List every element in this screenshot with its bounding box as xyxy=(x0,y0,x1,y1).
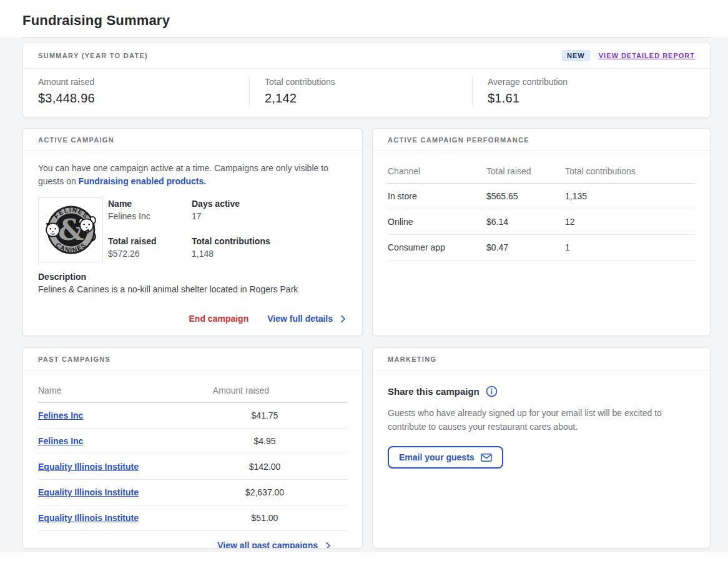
envelope-icon xyxy=(481,453,492,462)
field-days-active: Days active 17 xyxy=(192,199,347,225)
title-bar: Fundraising Summary xyxy=(0,0,728,37)
field-name: Name Felines Inc xyxy=(108,199,192,225)
table-row: In store $565.65 1,135 xyxy=(388,184,695,209)
amount-cell: $2,637.00 xyxy=(191,480,347,505)
active-campaign-card: ACTIVE CAMPAIGN You can have one campaig… xyxy=(22,128,363,336)
past-campaigns-footer: View all past campaigns xyxy=(38,531,347,549)
stat-value: $3,448.96 xyxy=(38,91,234,106)
channel-cell: In store xyxy=(388,184,486,209)
stat-amount-raised: Amount raised $3,448.96 xyxy=(23,77,249,106)
performance-header-label: ACTIVE CAMPAIGN PERFORMANCE xyxy=(388,136,529,144)
campaign-name-link[interactable]: Felines Inc xyxy=(38,436,83,446)
email-your-guests-button[interactable]: Email your guests xyxy=(388,446,503,469)
table-row: Felines Inc $4.95 xyxy=(38,429,347,454)
description-label: Description xyxy=(38,272,347,282)
campaign-actions: End campaign View full details xyxy=(38,314,347,324)
stat-label: Average contribution xyxy=(488,77,695,87)
column-header-total-contributions: Total contributions xyxy=(565,159,695,184)
view-detailed-report-link[interactable]: VIEW DETAILED REPORT xyxy=(599,52,695,59)
total-contributions-cell: 1 xyxy=(565,235,695,261)
new-badge: NEW xyxy=(562,50,590,61)
campaign-logo-box: & FELINES CANINES xyxy=(38,197,103,262)
summary-card: SUMMARY (YEAR TO DATE) NEW VIEW DETAILED… xyxy=(22,42,711,118)
stat-total-contributions: Total contributions 2,142 xyxy=(249,77,472,106)
summary-body: Amount raised $3,448.96 Total contributi… xyxy=(23,69,710,117)
column-header-total-raised: Total raised xyxy=(486,159,565,184)
amount-cell: $51.00 xyxy=(191,505,347,531)
total-contributions-cell: 1,135 xyxy=(565,184,695,209)
campaign-name-link[interactable]: Equality Illinois Institute xyxy=(38,462,139,472)
campaign-details-row: & FELINES CANINES xyxy=(38,197,347,262)
stat-value: $1.61 xyxy=(488,91,695,106)
info-icon[interactable] xyxy=(486,385,498,397)
campaign-description: Description Felines & Canines is a no-ki… xyxy=(38,272,347,294)
table-header-row: Channel Total raised Total contributions xyxy=(388,159,695,184)
summary-header-right: NEW VIEW DETAILED REPORT xyxy=(562,50,695,61)
logo-ampersand: & xyxy=(58,213,84,247)
table-row: Online $6.14 12 xyxy=(388,209,695,235)
marketing-header-label: MARKETING xyxy=(388,355,436,363)
total-raised-cell: $6.14 xyxy=(486,209,565,235)
marketing-card: MARKETING Share this campaign Guests who… xyxy=(372,347,711,549)
amount-cell: $4.95 xyxy=(191,429,347,454)
chevron-right-icon xyxy=(339,315,347,323)
past-campaigns-table: Name Amount raised Felines Inc $41.75 Fe… xyxy=(38,378,347,531)
field-total-raised: Total raised $572.26 xyxy=(108,236,192,262)
table-row: Equality Illinois Institute $2,637.00 xyxy=(38,480,347,505)
campaign-fields: Name Felines Inc Days active 17 Total ra… xyxy=(108,197,347,262)
total-raised-cell: $0.47 xyxy=(486,235,565,261)
amount-cell: $142.00 xyxy=(191,454,347,480)
campaign-name-link[interactable]: Equality Illinois Institute xyxy=(38,513,139,523)
summary-card-header: SUMMARY (YEAR TO DATE) NEW VIEW DETAILED… xyxy=(23,42,710,69)
column-header-channel: Channel xyxy=(388,159,486,184)
past-campaigns-card: PAST CAMPAIGNS Name Amount raised Feline… xyxy=(22,347,363,549)
share-campaign-heading: Share this campaign xyxy=(388,385,695,397)
campaign-name-link[interactable]: Felines Inc xyxy=(38,410,83,420)
fundraising-products-link[interactable]: Fundraising enabled products. xyxy=(79,175,207,188)
marketing-header: MARKETING xyxy=(373,348,710,370)
stat-label: Amount raised xyxy=(38,77,234,87)
column-header-amount-raised: Amount raised xyxy=(191,378,347,403)
column-header-name: Name xyxy=(38,378,191,403)
marketing-body-text: Guests who have already signed up for yo… xyxy=(388,407,695,434)
channel-cell: Consumer app xyxy=(388,235,486,261)
past-campaigns-table-body: Name Amount raised Felines Inc $41.75 Fe… xyxy=(23,370,362,549)
amount-cell: $41.75 xyxy=(191,403,347,429)
marketing-body: Share this campaign Guests who have alre… xyxy=(373,370,710,484)
past-campaigns-header: PAST CAMPAIGNS xyxy=(23,348,362,370)
total-raised-cell: $565.65 xyxy=(486,184,565,209)
chevron-right-icon xyxy=(324,542,332,549)
campaign-intro-text: You can have one campaign active at a ti… xyxy=(38,162,347,188)
description-text: Felines & Canines is a no-kill animal sh… xyxy=(38,284,347,294)
channel-cell: Online xyxy=(388,209,486,235)
performance-header: ACTIVE CAMPAIGN PERFORMANCE xyxy=(373,129,710,151)
stat-label: Total contributions xyxy=(265,77,457,87)
table-row: Consumer app $0.47 1 xyxy=(388,235,695,261)
field-total-contributions: Total contributions 1,148 xyxy=(192,236,347,262)
end-campaign-button[interactable]: End campaign xyxy=(189,314,249,324)
stat-value: 2,142 xyxy=(265,91,457,106)
table-row: Equality Illinois Institute $142.00 xyxy=(38,454,347,480)
summary-header-label: SUMMARY (YEAR TO DATE) xyxy=(38,52,148,59)
performance-table: Channel Total raised Total contributions… xyxy=(388,159,695,261)
campaign-name-link[interactable]: Equality Illinois Institute xyxy=(38,487,139,497)
active-campaign-body: You can have one campaign active at a ti… xyxy=(23,151,362,334)
table-row: Equality Illinois Institute $51.00 xyxy=(38,505,347,531)
page-title: Fundraising Summary xyxy=(22,12,711,29)
view-all-past-campaigns-link[interactable]: View all past campaigns xyxy=(217,540,332,549)
performance-table-body: Channel Total raised Total contributions… xyxy=(373,151,710,268)
content-area: SUMMARY (YEAR TO DATE) NEW VIEW DETAILED… xyxy=(0,37,728,552)
past-campaigns-header-label: PAST CAMPAIGNS xyxy=(38,355,111,363)
stat-average-contribution: Average contribution $1.61 xyxy=(472,77,710,106)
view-full-details-link[interactable]: View full details xyxy=(267,314,347,324)
table-row: Felines Inc $41.75 xyxy=(38,403,347,429)
table-header-row: Name Amount raised xyxy=(38,378,347,403)
active-campaign-performance-card: ACTIVE CAMPAIGN PERFORMANCE Channel Tota… xyxy=(372,128,711,336)
total-contributions-cell: 12 xyxy=(565,209,695,235)
felines-canines-logo: & FELINES CANINES xyxy=(42,201,99,259)
active-campaign-header: ACTIVE CAMPAIGN xyxy=(23,129,362,151)
active-campaign-header-label: ACTIVE CAMPAIGN xyxy=(38,136,114,144)
